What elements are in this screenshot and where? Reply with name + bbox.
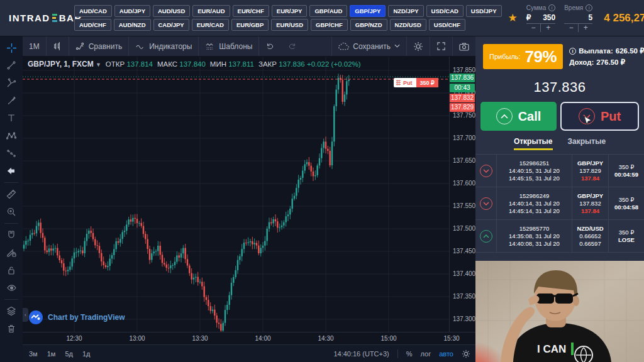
- pair-tab-eur-usd[interactable]: EUR/USD: [271, 19, 308, 31]
- info-icon[interactable]: i: [586, 4, 592, 11]
- log-scale-toggle[interactable]: лог: [421, 350, 431, 358]
- tool-arrow-left[interactable]: [3, 162, 20, 180]
- open-trades-list: 15298625114:40:15, 31 Jul 2014:45:15, 31…: [475, 154, 644, 253]
- trade-row[interactable]: 15298577014:35:08, 31 Jul 2014:40:08, 31…: [475, 220, 644, 253]
- chart-settings-button[interactable]: [407, 36, 430, 56]
- symbol-label[interactable]: GBP/JPY, 1, FXCM: [28, 60, 94, 69]
- pair-tab-usd-chf[interactable]: USD/CHF: [429, 19, 465, 31]
- time-minus-button[interactable]: −: [564, 24, 579, 32]
- time-tick: 12:30: [66, 335, 82, 342]
- tool-pitchfork[interactable]: [3, 74, 20, 92]
- pair-tab-gbp-aud[interactable]: GBP/AUD: [309, 5, 347, 17]
- pair-tab-aud-nzd[interactable]: AUD/NZD: [114, 19, 151, 31]
- time-tick: 14:00: [255, 335, 270, 342]
- current-price: 137.836: [475, 79, 644, 96]
- logo-e-icon: [52, 14, 57, 22]
- range-3м[interactable]: 3м: [29, 350, 38, 358]
- pair-tab-aud-jpy[interactable]: AUD/JPY: [114, 5, 150, 17]
- tool-xabcd-pattern[interactable]: [3, 127, 20, 145]
- redo-button[interactable]: [281, 36, 303, 56]
- pair-tab-eur-cad[interactable]: EUR/CAD: [192, 19, 229, 31]
- tab-closed-trades[interactable]: Закрытые: [568, 137, 606, 150]
- tool-drawing-lock[interactable]: [3, 244, 20, 261]
- trade-row[interactable]: 15298625114:40:15, 31 Jul 2014:45:15, 31…: [475, 155, 644, 187]
- candlestick-icon: [53, 41, 62, 51]
- time-plus-button[interactable]: +: [579, 24, 592, 32]
- redo-icon: [287, 42, 297, 50]
- fullscreen-button[interactable]: [430, 36, 452, 56]
- lock-icon: [6, 265, 16, 275]
- price-tick: 137.500: [453, 225, 475, 232]
- trade-row[interactable]: 15298624914:40:14, 31 Jul 2014:45:14, 31…: [475, 187, 644, 220]
- pair-tab-eur-gbp[interactable]: EUR/GBP: [231, 19, 269, 31]
- put-button[interactable]: Put: [560, 102, 639, 131]
- pair-tab-aud-usd[interactable]: AUD/USD: [153, 5, 190, 17]
- toolbar-collapse-handle[interactable]: ‹: [23, 308, 28, 322]
- tradingview-attribution[interactable]: Chart by TradingView: [29, 310, 125, 324]
- open-position-marker[interactable]: Put 350 ₽: [394, 78, 438, 87]
- price-chart[interactable]: GBP/JPY, 1, FXCM ▼ОТКР 137.814МАКС 137.8…: [23, 57, 449, 332]
- pair-tab-usd-jpy[interactable]: USD/JPY: [466, 5, 502, 17]
- info-icon[interactable]: i: [548, 4, 555, 11]
- info-icon[interactable]: i: [569, 48, 576, 55]
- time-value[interactable]: 5: [589, 13, 593, 22]
- tool-eye[interactable]: [3, 279, 20, 297]
- call-button[interactable]: Call: [480, 102, 557, 131]
- toolbar-separator: [4, 182, 18, 183]
- indicators-button[interactable]: Индикаторы: [129, 36, 198, 56]
- tool-magnet[interactable]: [3, 226, 20, 244]
- cloud-icon: [338, 42, 349, 51]
- interval-button[interactable]: 1M: [23, 36, 46, 56]
- range-1д[interactable]: 1д: [82, 350, 91, 358]
- range-5д[interactable]: 5д: [65, 350, 73, 358]
- tool-trend-line[interactable]: [3, 57, 20, 74]
- percent-scale-toggle[interactable]: %: [406, 350, 413, 358]
- pair-tab-gbp-jpy[interactable]: GBP/JPY: [350, 5, 386, 17]
- tool-crosshair[interactable]: [3, 39, 20, 57]
- clock-utc[interactable]: 14:40:16 (UTC+3): [333, 350, 389, 358]
- pair-tab-aud-chf[interactable]: AUD/CHF: [74, 19, 111, 31]
- account-balance[interactable]: 4 256,27 ₽: [604, 11, 644, 25]
- tool-text[interactable]: [3, 109, 20, 127]
- tool-brush[interactable]: [3, 92, 20, 109]
- axis-settings-gear-icon[interactable]: [462, 349, 470, 358]
- candle-style-button[interactable]: [47, 36, 69, 56]
- pair-tab-nzd-jpy[interactable]: NZD/JPY: [388, 5, 423, 17]
- price-axis[interactable]: 137.850137.800137.750137.700137.650137.6…: [449, 57, 475, 332]
- screenshot-button[interactable]: [453, 36, 475, 56]
- save-layout-button[interactable]: Сохранить: [332, 36, 406, 56]
- pair-tab-eur-chf[interactable]: EUR/CHF: [233, 5, 269, 17]
- zoom-in-icon: [6, 207, 16, 217]
- undo-button[interactable]: [259, 36, 281, 56]
- favorite-star-icon[interactable]: ★: [508, 11, 518, 25]
- range-1м[interactable]: 1м: [47, 350, 56, 358]
- pair-tab-eur-aud[interactable]: EUR/AUD: [192, 5, 230, 17]
- amount-value[interactable]: 350: [543, 13, 555, 22]
- pair-tab-gbp-nzd[interactable]: GBP/NZD: [350, 19, 387, 31]
- tool-lock[interactable]: [3, 261, 20, 279]
- tool-forecast[interactable]: [3, 145, 20, 162]
- compare-button[interactable]: Сравнить: [69, 36, 128, 56]
- pair-tab-usd-cad[interactable]: USD/CAD: [426, 5, 464, 17]
- auto-scale-toggle[interactable]: авто: [439, 350, 453, 358]
- amount-minus-button[interactable]: −: [526, 24, 541, 32]
- tool-ruler[interactable]: [3, 185, 20, 203]
- indicators-icon: [135, 42, 145, 51]
- undo-icon: [265, 42, 275, 50]
- tradingview-logo-icon: [29, 310, 43, 324]
- pair-tab-gbp-chf[interactable]: GBP/CHF: [311, 19, 348, 31]
- tool-zoom-in[interactable]: [3, 203, 20, 221]
- tool-layers[interactable]: [3, 302, 20, 320]
- tool-trash[interactable]: [3, 320, 20, 337]
- pair-tab-cad-jpy[interactable]: CAD/JPY: [153, 19, 189, 31]
- amount-plus-button[interactable]: +: [541, 24, 555, 32]
- pair-tab-eur-jpy[interactable]: EUR/JPY: [272, 5, 308, 17]
- chevron-down-icon: [394, 44, 400, 48]
- current-price-badge: 137.836: [450, 74, 475, 82]
- pair-tab-aud-cad[interactable]: AUD/CAD: [74, 5, 112, 17]
- pair-tab-nzd-usd[interactable]: NZD/USD: [390, 19, 426, 31]
- time-axis[interactable]: 12:3013:0013:3014:0014:3015:0015:30: [23, 332, 475, 344]
- templates-button[interactable]: Шаблоны: [199, 36, 258, 56]
- chart-legend[interactable]: GBP/JPY, 1, FXCM ▼ОТКР 137.814МАКС 137.8…: [28, 60, 361, 69]
- tab-open-trades[interactable]: Открытые: [514, 137, 553, 150]
